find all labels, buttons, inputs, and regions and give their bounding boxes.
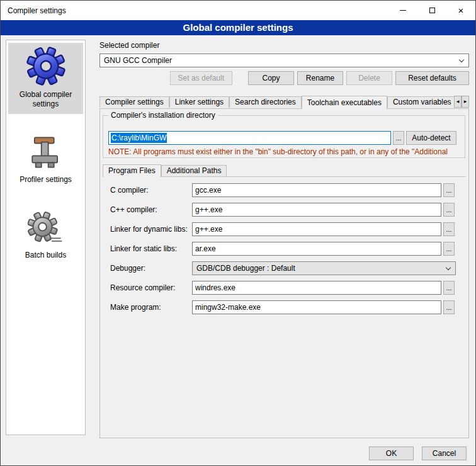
subtab-additional-paths[interactable]: Additional Paths (161, 165, 227, 176)
field-label: Linker for dynamic libs: (110, 225, 192, 234)
tab-toolchain-executables[interactable]: Toolchain executables (302, 96, 387, 109)
browse-directory-button[interactable]: ... (393, 131, 404, 145)
cancel-button[interactable]: Cancel (422, 446, 467, 460)
field-label: Resource compiler: (110, 283, 192, 292)
tab-linker-settings[interactable]: Linker settings (169, 96, 229, 108)
installation-directory-row: C:\raylib\MinGW ... Auto-detect (108, 131, 460, 145)
field-label: Debugger: (110, 264, 192, 273)
main-panel: Selected compiler GNU GCC Compiler Set a… (92, 40, 470, 443)
selected-compiler-label: Selected compiler (99, 41, 159, 50)
chevron-down-icon (459, 57, 464, 62)
compiler-settings-window: Compiler settings × Global compiler sett… (0, 0, 476, 466)
tab-scroll-buttons: ◀ ▶ (454, 95, 469, 109)
field-label: Make program: (110, 303, 192, 312)
set-as-default-button: Set as default (170, 71, 232, 85)
minimize-icon (400, 10, 406, 11)
tab-search-directories[interactable]: Search directories (229, 96, 302, 108)
installation-directory-value: C:\raylib\MinGW (111, 133, 167, 143)
make-program-row: Make program: ... (110, 300, 466, 314)
reset-defaults-button[interactable]: Reset defaults (395, 71, 469, 85)
program-files-page: C compiler: ... C++ compiler: ... Linker… (103, 177, 466, 434)
field-label: C compiler: (110, 186, 192, 195)
copy-button[interactable]: Copy (248, 71, 294, 85)
ok-button[interactable]: OK (369, 446, 414, 460)
linker-dynamic-row: Linker for dynamic libs: ... (110, 222, 466, 236)
auto-detect-button[interactable]: Auto-detect (406, 131, 456, 145)
tabstrip: Compiler settings Linker settings Search… (99, 95, 469, 109)
linker-dynamic-browse-button[interactable]: ... (443, 222, 455, 236)
linker-static-row: Linker for static libs: ... (110, 242, 466, 256)
maximize-icon (429, 8, 435, 13)
titlebar: Compiler settings × (1, 1, 475, 20)
cpp-compiler-input[interactable] (192, 203, 441, 217)
debugger-value: GDB/CDB debugger : Default (196, 264, 295, 273)
compiler-actions: Set as default Copy Rename Delete Reset … (99, 71, 469, 85)
dialog-header: Global compiler settings (1, 20, 475, 35)
resource-compiler-row: Resource compiler: ... (110, 281, 466, 295)
c-compiler-browse-button[interactable]: ... (443, 183, 455, 197)
c-compiler-input[interactable] (192, 183, 441, 197)
resource-compiler-browse-button[interactable]: ... (443, 281, 455, 295)
chevron-down-icon (446, 265, 451, 270)
make-program-input[interactable] (192, 300, 441, 314)
c-compiler-row: C compiler: ... (110, 183, 466, 197)
delete-button: Delete (346, 71, 392, 85)
close-button[interactable]: × (446, 1, 475, 20)
cpp-compiler-browse-button[interactable]: ... (443, 203, 455, 217)
tab-compiler-settings[interactable]: Compiler settings (99, 96, 169, 108)
resource-compiler-input[interactable] (192, 281, 441, 295)
window-controls: × (388, 1, 475, 20)
tab-scroll-left-button[interactable]: ◀ (454, 96, 462, 108)
selected-compiler-dropdown[interactable]: GNU GCC Compiler (99, 54, 469, 67)
maximize-button[interactable] (417, 1, 446, 20)
tab-custom-variables[interactable]: Custom variables (387, 96, 454, 108)
group-title: Compiler's installation directory (108, 111, 218, 120)
selected-compiler-value: GNU GCC Compiler (104, 56, 172, 65)
sidebar: Global compiler settings Profiler settin… (6, 40, 86, 435)
sidebar-item-label: Profiler settings (20, 175, 72, 185)
cpp-compiler-row: C++ compiler: ... (110, 203, 466, 217)
tabs-clip: Compiler settings Linker settings Search… (99, 95, 454, 109)
dialog-footer: OK Cancel (369, 446, 467, 460)
sidebar-item-label: Batch builds (25, 251, 66, 260)
rename-button[interactable]: Rename (297, 71, 343, 85)
installation-directory-group: Compiler's installation directory C:\ray… (103, 115, 465, 158)
debugger-row: Debugger: GDB/CDB debugger : Default (110, 261, 466, 275)
sidebar-item-global-compiler-settings[interactable]: Global compiler settings (8, 43, 83, 114)
toolchain-executables-page: Compiler's installation directory C:\ray… (99, 108, 469, 438)
window-title: Compiler settings (1, 6, 66, 15)
make-program-browse-button[interactable]: ... (443, 300, 455, 314)
sidebar-item-label: Global compiler settings (9, 90, 82, 109)
tab-scroll-right-button[interactable]: ▶ (462, 96, 469, 108)
field-label: C++ compiler: (110, 205, 192, 214)
linker-dynamic-input[interactable] (192, 222, 441, 236)
gear-blue-icon (26, 47, 65, 86)
sidebar-item-profiler-settings[interactable]: Profiler settings (8, 130, 83, 190)
sidebar-item-batch-builds[interactable]: Batch builds (8, 206, 83, 265)
note-text: NOTE: All programs must exist either in … (108, 147, 464, 156)
gear-gray-icon (28, 210, 64, 246)
minimize-button[interactable] (388, 1, 417, 20)
linker-static-input[interactable] (192, 242, 441, 256)
clamp-tool-icon (28, 134, 64, 171)
field-label: Linker for static libs: (110, 244, 192, 253)
installation-directory-input[interactable]: C:\raylib\MinGW (108, 131, 391, 145)
debugger-dropdown[interactable]: GDB/CDB debugger : Default (192, 261, 456, 275)
subtab-program-files[interactable]: Program Files (103, 164, 161, 177)
subtabs: Program Files Additional Paths (103, 163, 466, 177)
linker-static-browse-button[interactable]: ... (443, 242, 455, 256)
